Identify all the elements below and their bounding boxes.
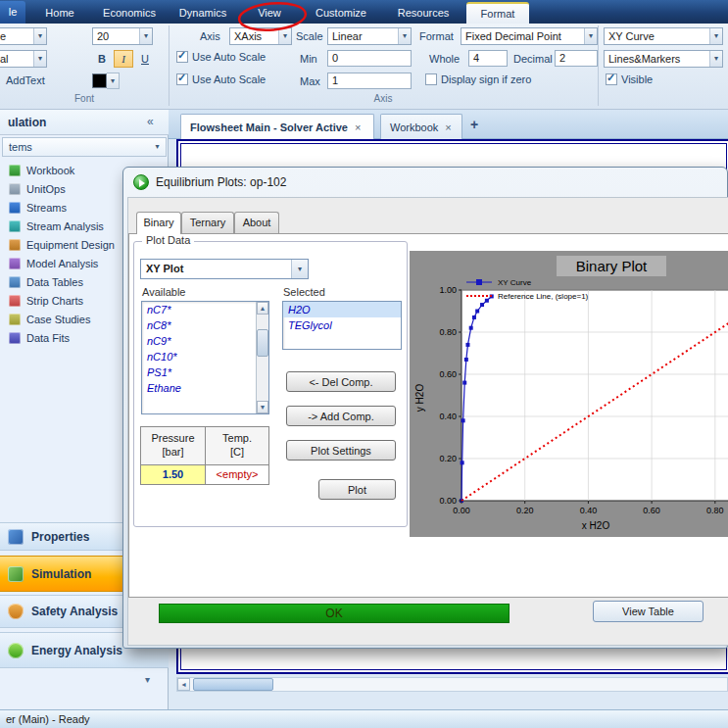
axis-select-combo[interactable]: XAxis ▾	[229, 27, 292, 45]
collapse-pane-icon[interactable]: «	[147, 115, 154, 128]
ribbon-body: e ▾ 20 ▾ al ▾ B I U AddText ▾ Font Axis …	[0, 24, 728, 110]
chevron-down-icon: ▾	[398, 28, 411, 44]
add-comp-button[interactable]: -> Add Comp.	[286, 406, 396, 426]
list-item[interactable]: PS1*	[142, 364, 268, 380]
ribbon-tab-format[interactable]: Format	[466, 2, 529, 24]
nav-button-label: Safety Analysis	[31, 605, 118, 618]
bold-button[interactable]: B	[92, 50, 112, 68]
binary-plot-chart: Binary Plot 0.000.200.400.600.800.000.20…	[410, 251, 728, 537]
whole-field[interactable]: 4	[468, 50, 508, 67]
plot-button[interactable]: Plot	[318, 479, 396, 500]
svg-text:0.80: 0.80	[706, 506, 724, 515]
use-auto-scale-checkbox-2[interactable]: Use Auto Scale	[176, 73, 266, 85]
group-separator	[598, 25, 599, 106]
streams-icon	[9, 202, 21, 214]
conditions-table: Pressure [bar] Temp. [C] 1.50 <empty>	[140, 426, 269, 487]
list-item[interactable]: nC9*	[142, 333, 268, 349]
chevron-down-icon: ▾	[33, 51, 46, 67]
max-field[interactable]: 1	[327, 73, 412, 89]
chevron-down-icon: ▾	[139, 28, 152, 44]
scroll-down-icon[interactable]: ▼	[257, 401, 268, 413]
sidebar-item-label: Strip Charts	[26, 295, 83, 307]
sidebar-item-label: Streams	[26, 202, 67, 214]
visible-checkbox[interactable]: Visible	[606, 73, 653, 85]
display-sign-checkbox[interactable]: Display sign if zero	[425, 73, 531, 85]
view-table-button[interactable]: View Table	[593, 601, 704, 622]
tab-workbook[interactable]: Workbook ×	[380, 114, 462, 139]
available-components-list[interactable]: nC7* nC8* nC9* nC10* PS1* Ethane ▲ ▼	[141, 301, 269, 414]
sidebar-item-label: Stream Analysis	[26, 220, 104, 232]
plot-settings-button[interactable]: Plot Settings	[286, 440, 396, 461]
chevron-down-icon: ▾	[107, 73, 120, 89]
decimal-field[interactable]: 2	[555, 50, 598, 67]
document-tab-label: Flowsheet Main - Solver Active	[190, 121, 348, 133]
ribbon-tab-home[interactable]: Home	[33, 2, 86, 24]
list-item[interactable]: Ethane	[142, 380, 268, 396]
dialog-title-bar[interactable]: Equilibrium Plots: op-102	[123, 168, 727, 197]
del-comp-button[interactable]: <- Del Comp.	[286, 371, 396, 392]
pressure-value-cell[interactable]: 1.50	[140, 464, 206, 485]
temperature-value-cell[interactable]: <empty>	[205, 464, 269, 485]
number-format-value: Fixed Decimal Point	[461, 28, 584, 44]
chevron-down-icon: ▾	[151, 139, 164, 155]
close-tab-icon[interactable]: ×	[355, 121, 361, 133]
ribbon-tab-dynamics[interactable]: Dynamics	[170, 2, 235, 24]
scroll-up-icon[interactable]: ▲	[257, 302, 268, 315]
min-field[interactable]: 0	[327, 50, 412, 67]
file-menu-button[interactable]: le	[0, 1, 25, 24]
plot-data-group-label: Plot Data	[142, 234, 194, 246]
items-filter-dropdown[interactable]: tems ▾	[2, 137, 167, 157]
font-size-combo[interactable]: 20 ▾	[92, 27, 153, 45]
curve-style-combo[interactable]: Lines&Markers ▾	[604, 50, 723, 68]
tab-ternary[interactable]: Ternary	[181, 212, 234, 233]
close-tab-icon[interactable]: ×	[445, 121, 451, 133]
list-item[interactable]: nC8*	[142, 317, 268, 333]
workbook-icon	[9, 165, 21, 176]
underline-button[interactable]: U	[135, 50, 155, 68]
ribbon-tab-view[interactable]: View	[245, 2, 294, 24]
font-family-combo[interactable]: e ▾	[0, 27, 47, 45]
tab-binary[interactable]: Binary	[136, 212, 181, 234]
sidebar-item-label: Model Analysis	[26, 258, 98, 269]
data-fits-icon	[9, 332, 21, 344]
ribbon-tab-customize[interactable]: Customize	[304, 2, 378, 24]
tab-about[interactable]: About	[234, 212, 279, 233]
scrollbar-thumb[interactable]	[193, 678, 273, 691]
list-item[interactable]: nC10*	[142, 349, 268, 364]
more-buttons-icon[interactable]: ▾	[145, 674, 150, 685]
tab-flowsheet-main[interactable]: Flowsheet Main - Solver Active ×	[180, 114, 374, 139]
use-auto-scale-checkbox-1[interactable]: Use Auto Scale	[176, 51, 266, 63]
addtext-label[interactable]: AddText	[6, 74, 45, 86]
plot-type-combo[interactable]: XY Plot ▾	[140, 259, 309, 279]
legend-label: XY Curve	[498, 278, 532, 287]
font-style-combo[interactable]: al ▾	[0, 50, 47, 68]
checkbox-unchecked-icon	[425, 73, 437, 85]
chart-title: Binary Plot	[576, 258, 648, 274]
axis-group-label: Axis	[169, 93, 598, 104]
list-scrollbar[interactable]: ▲ ▼	[256, 302, 268, 413]
selected-components-list[interactable]: H2O TEGlycol	[282, 301, 402, 350]
list-item[interactable]: TEGlycol	[283, 317, 401, 333]
horizontal-scrollbar[interactable]: ◂	[176, 677, 728, 692]
new-tab-button[interactable]: +	[470, 117, 478, 132]
list-item[interactable]: nC7*	[142, 302, 268, 317]
scroll-left-icon[interactable]: ◂	[177, 678, 190, 691]
list-item-selected[interactable]: H2O	[283, 302, 401, 317]
ok-button[interactable]: OK	[159, 604, 510, 623]
ribbon-tab-resources[interactable]: Resources	[388, 2, 459, 24]
scale-combo[interactable]: Linear ▾	[327, 27, 412, 45]
font-color-picker[interactable]: ▾	[92, 73, 120, 89]
curve-select-combo[interactable]: XY Curve ▾	[604, 27, 723, 45]
data-tables-icon	[9, 276, 21, 288]
scrollbar-thumb[interactable]	[257, 329, 268, 357]
curve-select-value: XY Curve	[605, 28, 709, 44]
document-tab-bar: Flowsheet Main - Solver Active × Workboo…	[169, 110, 728, 139]
ribbon-tab-economics[interactable]: Economics	[94, 2, 165, 24]
svg-text:0.80: 0.80	[439, 327, 457, 337]
italic-button[interactable]: I	[114, 50, 133, 68]
use-auto-scale-label: Use Auto Scale	[192, 73, 266, 85]
nav-button-label: Energy Analysis	[31, 644, 122, 657]
number-format-combo[interactable]: Fixed Decimal Point ▾	[461, 27, 598, 45]
sidebar-item-label: UnitOps	[26, 183, 66, 195]
font-style-value: al	[0, 51, 33, 67]
